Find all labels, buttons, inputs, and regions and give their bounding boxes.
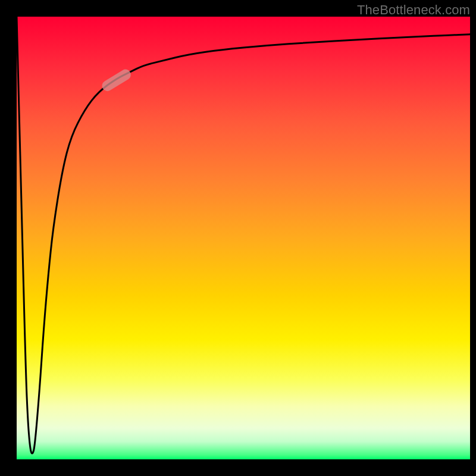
chart-frame: TheBottleneck.com — [0, 0, 476, 476]
watermark-text: TheBottleneck.com — [357, 2, 470, 18]
plot-background-gradient — [17, 17, 470, 459]
